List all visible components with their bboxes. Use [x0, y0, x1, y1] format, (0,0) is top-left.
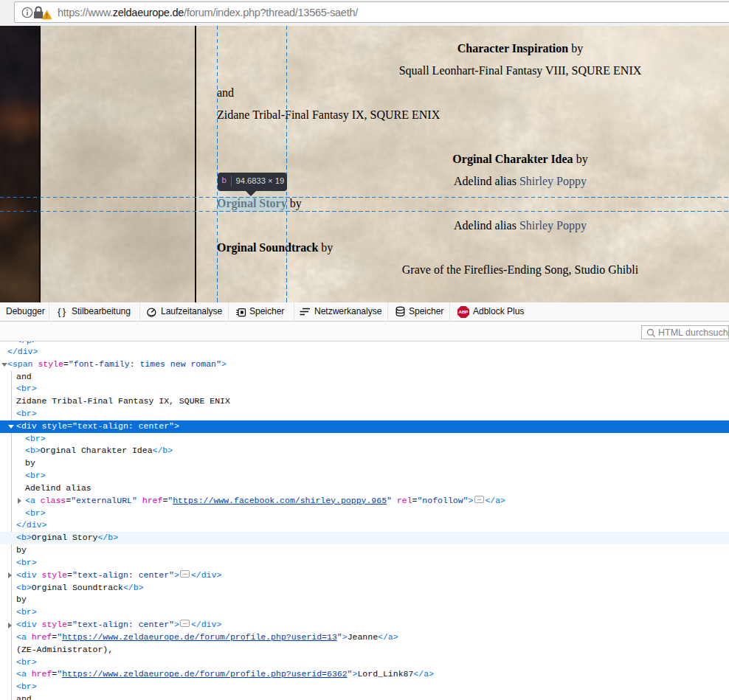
svg-text:ABP: ABP: [459, 309, 469, 314]
